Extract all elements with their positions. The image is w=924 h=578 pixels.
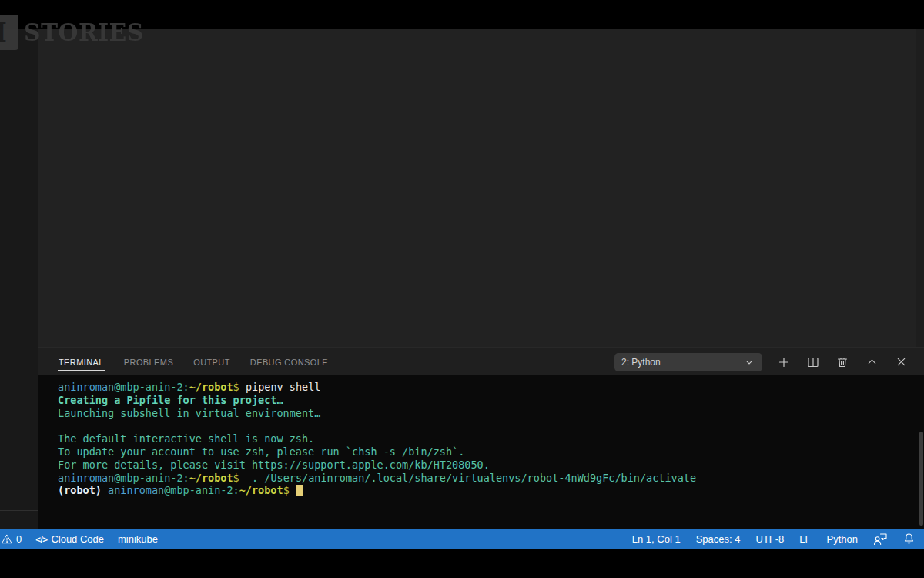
status-warnings[interactable]: 0 bbox=[2, 529, 22, 549]
status-label: Cloud Code bbox=[51, 533, 104, 545]
feedback-icon bbox=[873, 533, 888, 546]
close-panel-icon[interactable] bbox=[895, 356, 907, 368]
terminal-text-segment: . /Users/aninroman/.local/share/virtuale… bbox=[239, 472, 696, 484]
terminal-text-segment bbox=[290, 484, 296, 496]
terminal-picker-dropdown[interactable]: 2: Python bbox=[614, 353, 762, 371]
panel-actions bbox=[778, 348, 907, 376]
terminal-text-segment: ~/robot bbox=[239, 484, 283, 496]
workbench: TERMINALPROBLEMSOUTPUTDEBUG CONSOLE 2: P… bbox=[38, 29, 924, 529]
terminal-text-segment: $ bbox=[283, 484, 290, 496]
terminal-line: To update your account to use zsh, pleas… bbox=[58, 445, 924, 459]
tab-output[interactable]: OUTPUT bbox=[192, 354, 231, 371]
editor-area bbox=[38, 29, 924, 347]
istories-logo-icon: I bbox=[0, 15, 18, 50]
status-notifications[interactable] bbox=[903, 529, 915, 549]
status-label: 0 bbox=[16, 533, 22, 545]
editor-right-gutter bbox=[916, 29, 924, 347]
terminal-output: aninroman@mbp-anin-2:~/robot$ pipenv she… bbox=[58, 381, 924, 497]
terminal-text-segment: The default interactive shell is now zsh… bbox=[58, 432, 314, 445]
terminal-scrollbar[interactable] bbox=[919, 432, 923, 526]
status-encoding[interactable]: UTF-8 bbox=[756, 529, 785, 549]
terminal-cursor bbox=[296, 485, 303, 496]
terminal-picker-value: 2: Python bbox=[621, 357, 743, 368]
code-icon: </> bbox=[35, 533, 47, 545]
status-indentation[interactable]: Spaces: 4 bbox=[696, 529, 741, 549]
status-label: UTF-8 bbox=[756, 533, 785, 545]
terminal-text-segment: ~/robot bbox=[189, 472, 233, 484]
tab-problems[interactable]: PROBLEMS bbox=[123, 354, 174, 371]
warning-triangle-icon bbox=[2, 534, 12, 544]
panel-header: TERMINALPROBLEMSOUTPUTDEBUG CONSOLE 2: P… bbox=[38, 347, 924, 375]
status-eol[interactable]: LF bbox=[799, 529, 811, 549]
letterbox-bottom bbox=[0, 549, 924, 578]
terminal-line: (robot) aninroman@mbp-anin-2:~/robot$ bbox=[58, 484, 924, 497]
watermark-logo-text: STORIES bbox=[24, 18, 144, 46]
status-label: Spaces: 4 bbox=[696, 533, 741, 545]
status-bar-right: Ln 1, Col 1Spaces: 4UTF-8LFPython bbox=[632, 529, 915, 549]
panel-tabs: TERMINALPROBLEMSOUTPUTDEBUG CONSOLE bbox=[58, 348, 329, 376]
new-terminal-icon[interactable] bbox=[778, 356, 790, 368]
terminal-text-segment: pipenv shell bbox=[239, 381, 321, 393]
activity-bar bbox=[0, 29, 38, 529]
status-label: Ln 1, Col 1 bbox=[632, 533, 681, 545]
terminal-text-segment: @mbp-anin-2: bbox=[164, 484, 239, 496]
terminal-text-segment: @mbp-anin-2: bbox=[114, 381, 189, 393]
split-terminal-icon[interactable] bbox=[807, 356, 819, 368]
terminal-line: Launching subshell in virtual environmen… bbox=[58, 407, 924, 420]
watermark-logo-letter: I bbox=[0, 19, 7, 45]
status-language-mode[interactable]: Python bbox=[827, 529, 858, 549]
status-cloud-code[interactable]: </>Cloud Code bbox=[35, 529, 104, 549]
terminal-text-segment: (robot) bbox=[58, 484, 108, 496]
terminal-text-segment: To update your account to use zsh, pleas… bbox=[58, 445, 464, 458]
status-feedback[interactable] bbox=[873, 529, 888, 549]
terminal-line: aninroman@mbp-anin-2:~/robot$ pipenv she… bbox=[58, 381, 924, 394]
status-bar-left: 0</>Cloud Codeminikube bbox=[2, 529, 158, 549]
status-label: minikube bbox=[118, 533, 158, 545]
terminal-line: Creating a Pipfile for this project… bbox=[58, 394, 924, 407]
maximize-panel-icon[interactable] bbox=[865, 356, 878, 368]
terminal-text-segment: aninroman bbox=[58, 472, 114, 484]
status-label: LF bbox=[799, 533, 811, 545]
chevron-down-icon bbox=[743, 356, 755, 368]
terminal-text-segment: $ bbox=[233, 381, 239, 393]
terminal-text-segment: aninroman bbox=[58, 381, 114, 393]
tab-debug-console[interactable]: DEBUG CONSOLE bbox=[249, 354, 329, 371]
terminal-line: For more details, please visit https://s… bbox=[58, 459, 924, 472]
terminal-text-segment: Launching subshell in virtual environmen… bbox=[58, 407, 320, 419]
status-cursor-position[interactable]: Ln 1, Col 1 bbox=[632, 529, 681, 549]
terminal-text-segment: $ bbox=[233, 472, 239, 484]
terminal-line: aninroman@mbp-anin-2:~/robot$ . /Users/a… bbox=[58, 472, 924, 485]
terminal-text-segment: aninroman bbox=[108, 484, 164, 496]
status-minikube[interactable]: minikube bbox=[118, 529, 158, 549]
terminal-text-segment: ~/robot bbox=[189, 381, 233, 393]
bell-icon bbox=[903, 533, 915, 545]
tab-terminal[interactable]: TERMINAL bbox=[58, 354, 105, 371]
status-label: Python bbox=[827, 533, 858, 545]
terminal-text-segment: For more details, please visit https://s… bbox=[58, 459, 490, 471]
terminal-text-segment: @mbp-anin-2: bbox=[114, 472, 189, 484]
status-bar: 0</>Cloud Codeminikube Ln 1, Col 1Spaces… bbox=[0, 529, 924, 549]
terminal-line bbox=[58, 419, 924, 432]
activity-bar-divider bbox=[0, 510, 38, 511]
terminal-line: The default interactive shell is now zsh… bbox=[58, 432, 924, 445]
kill-terminal-icon[interactable] bbox=[836, 356, 849, 368]
terminal-text-segment: Creating a Pipfile for this project… bbox=[58, 394, 283, 406]
istories-watermark: I STORIES bbox=[0, 15, 149, 50]
terminal-view[interactable]: aninroman@mbp-anin-2:~/robot$ pipenv she… bbox=[38, 375, 924, 529]
